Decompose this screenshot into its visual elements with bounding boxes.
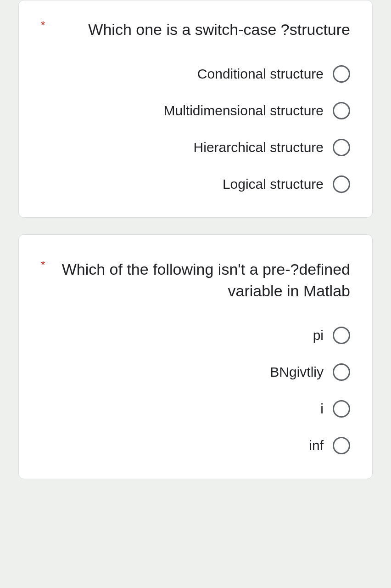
option-row[interactable]: i [41,398,350,420]
option-label: Hierarchical structure [194,140,324,155]
options-group: pi BNgivtliy i inf [41,324,350,457]
question-card-1: * Which one is a switch-case ?structure … [18,0,373,218]
question-text: Which of the following isn't a pre-?defi… [50,259,350,302]
option-label: Logical structure [223,176,324,192]
option-label: Multidimensional structure [164,103,324,119]
required-indicator: * [41,259,45,272]
radio-icon[interactable] [333,175,350,193]
option-label: i [320,401,324,417]
radio-icon[interactable] [333,437,350,454]
option-label: BNgivtliy [270,364,324,380]
radio-icon[interactable] [333,363,350,381]
option-label: inf [309,438,324,453]
radio-icon[interactable] [333,327,350,344]
radio-icon[interactable] [333,65,350,83]
option-row[interactable]: Logical structure [41,173,350,195]
question-text: Which one is a switch-case ?structure [50,19,350,41]
option-row[interactable]: Multidimensional structure [41,100,350,122]
required-indicator: * [41,19,45,32]
option-row[interactable]: Hierarchical structure [41,136,350,158]
radio-icon[interactable] [333,139,350,156]
question-header: * Which one is a switch-case ?structure [41,19,350,41]
option-row[interactable]: BNgivtliy [41,361,350,383]
options-group: Conditional structure Multidimensional s… [41,63,350,195]
option-row[interactable]: Conditional structure [41,63,350,85]
question-card-2: * Which of the following isn't a pre-?de… [18,234,373,479]
option-label: Conditional structure [197,66,324,82]
question-header: * Which of the following isn't a pre-?de… [41,259,350,302]
radio-icon[interactable] [333,102,350,119]
option-row[interactable]: pi [41,324,350,346]
radio-icon[interactable] [333,400,350,418]
option-label: pi [313,328,324,343]
option-row[interactable]: inf [41,435,350,457]
